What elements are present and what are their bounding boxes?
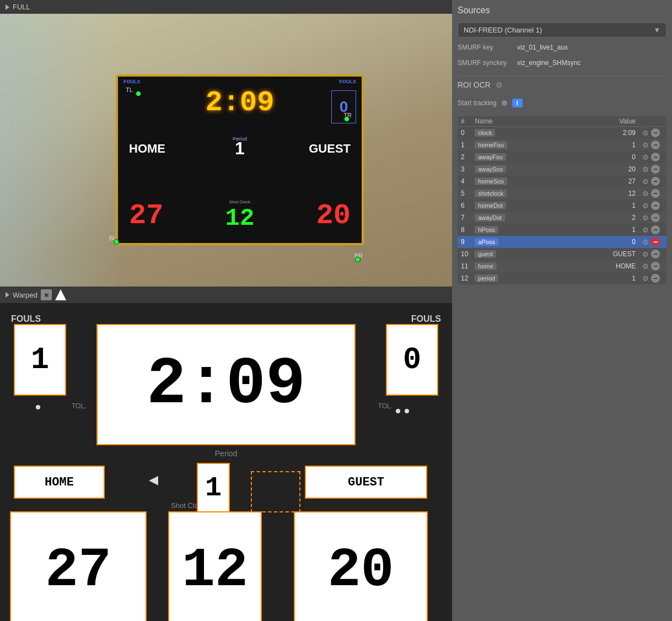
row-gear-icon[interactable]: ⚙	[642, 190, 649, 198]
row-gear-icon[interactable]: ⚙	[642, 202, 649, 210]
row-gear-icon[interactable]: ⚙	[642, 226, 649, 234]
ocr-period-text: 1	[198, 464, 229, 511]
ocr-guest-label-text: GUEST	[306, 467, 426, 498]
table-row[interactable]: 5shotclock12⚙−	[458, 187, 666, 199]
warped-header: Warped ▣	[0, 287, 452, 303]
guest-label: GUEST	[309, 142, 351, 156]
corner-tr-dot[interactable]	[344, 116, 350, 122]
name-badge: homeSco	[475, 177, 507, 185]
row-actions: ⚙−	[639, 260, 666, 272]
row-delete-button[interactable]: −	[651, 141, 660, 149]
row-name: awayFou	[471, 151, 567, 163]
row-delete-button[interactable]: −	[651, 262, 660, 271]
row-gear-icon[interactable]: ⚙	[642, 214, 649, 222]
full-label: FULL	[13, 3, 30, 11]
home-score: 27	[129, 199, 163, 232]
fouls-left: FOULS	[123, 79, 141, 84]
warped-image-icon[interactable]: ▣	[41, 289, 52, 300]
table-row[interactable]: 9aPoss0⚙−	[458, 236, 666, 248]
row-delete-button[interactable]: −	[651, 213, 660, 222]
ocr-period-box[interactable]: 1	[197, 463, 230, 512]
row-gear-icon[interactable]: ⚙	[642, 262, 649, 271]
row-delete-button[interactable]: −	[651, 250, 660, 258]
ocr-away-tol-text: 0	[387, 325, 437, 395]
row-actions: ⚙−	[639, 151, 666, 163]
row-gear-icon[interactable]: ⚙	[642, 274, 649, 283]
ocr-home-score-box[interactable]: 27	[10, 511, 147, 621]
roi-settings-icon[interactable]: ⚙	[495, 80, 504, 89]
tracking-toggle[interactable]: I	[512, 99, 523, 107]
ocr-clock-text: 2:09	[98, 325, 354, 444]
smurf-synckey-label: SMURF synckey	[458, 59, 513, 67]
table-row[interactable]: 1homeFou1⚙−	[458, 139, 666, 151]
left-panel: FULL FOULS FOULS 2:09 0 Period HOME GUES…	[0, 0, 452, 621]
row-delete-button[interactable]: −	[651, 274, 660, 283]
row-gear-icon[interactable]: ⚙	[642, 165, 649, 174]
row-num: 3	[458, 163, 471, 175]
roi-ocr-label: ROI OCR	[458, 80, 491, 89]
row-delete-button[interactable]: −	[651, 189, 660, 198]
ocr-away-tol-box[interactable]: 0	[386, 324, 438, 396]
ocr-guest-label-box[interactable]: GUEST	[305, 466, 427, 499]
dot3	[405, 409, 409, 413]
source-dropdown-value: NDI-FREED (Channel 1)	[464, 26, 542, 34]
row-value: 27	[567, 175, 639, 187]
ocr-shot-clock-box[interactable]: 12	[168, 511, 262, 621]
table-row[interactable]: 7awayDot2⚙−	[458, 212, 666, 224]
row-delete-button[interactable]: −	[651, 225, 660, 234]
corner-bl-dot[interactable]	[114, 239, 119, 245]
table-row[interactable]: 0clock2:09⚙−	[458, 127, 666, 139]
start-tracking-label: Start tracking	[458, 99, 497, 107]
tracking-dot[interactable]	[501, 100, 508, 106]
row-gear-icon[interactable]: ⚙	[642, 153, 649, 161]
warped-fouls-left: FOULS	[11, 314, 41, 324]
row-value: 0	[567, 151, 639, 163]
row-value: 0	[567, 236, 639, 248]
row-delete-button[interactable]: −	[651, 153, 660, 161]
row-actions: ⚙−	[639, 224, 666, 236]
smurf-synckey-row: SMURF synckey viz_engine_SHMsync	[458, 59, 666, 67]
row-name: homeSco	[471, 175, 567, 187]
ocr-clock-box[interactable]: 2:09	[96, 324, 356, 445]
table-row[interactable]: 6homeDot1⚙−	[458, 199, 666, 212]
warped-triangle-icon[interactable]	[55, 289, 66, 300]
ocr-away-score-box[interactable]: 20	[294, 511, 428, 621]
row-delete-button[interactable]: −	[651, 201, 660, 210]
col-num: #	[458, 116, 471, 127]
name-badge: awayDot	[475, 214, 505, 222]
row-gear-icon[interactable]: ⚙	[642, 250, 649, 258]
home-label: HOME	[129, 142, 165, 156]
row-delete-button[interactable]: −	[651, 128, 660, 137]
collapse-icon[interactable]	[6, 4, 9, 10]
smurf-synckey-value: viz_engine_SHMsync	[517, 59, 580, 67]
row-delete-button[interactable]: −	[651, 177, 660, 186]
table-row[interactable]: 10guestGUEST⚙−	[458, 248, 666, 260]
corner-tl-dot[interactable]	[136, 91, 141, 96]
table-row[interactable]: 2awayFou0⚙−	[458, 151, 666, 163]
row-delete-button[interactable]: −	[651, 237, 660, 246]
table-row[interactable]: 12period1⚙−	[458, 272, 666, 284]
ocr-home-score-text: 27	[11, 512, 146, 621]
table-row[interactable]: 11homeHOME⚙−	[458, 260, 666, 272]
corner-br-dot[interactable]	[355, 257, 361, 262]
row-gear-icon[interactable]: ⚙	[642, 238, 649, 246]
table-row[interactable]: 3awaySco20⚙−	[458, 163, 666, 175]
row-num: 2	[458, 151, 471, 163]
table-row[interactable]: 8hPoss1⚙−	[458, 224, 666, 236]
ocr-home-label-box[interactable]: HOME	[14, 466, 105, 499]
ocr-home-tol-box[interactable]: 1	[14, 324, 66, 396]
ocr-shot-clock-text: 12	[169, 512, 261, 621]
source-dropdown[interactable]: NDI-FREED (Channel 1) ▼	[458, 23, 666, 37]
roi-ocr-header: ROI OCR ⚙	[458, 75, 666, 89]
name-badge: guest	[475, 250, 496, 258]
row-gear-icon[interactable]: ⚙	[642, 141, 649, 149]
table-row[interactable]: 4homeSco27⚙−	[458, 175, 666, 187]
row-gear-icon[interactable]: ⚙	[642, 129, 649, 137]
shot-clock-label: Shot Clock	[229, 199, 251, 204]
row-actions: ⚙−	[639, 212, 666, 224]
ocr-empty-box[interactable]	[251, 471, 300, 512]
warped-collapse-icon[interactable]	[6, 292, 9, 298]
row-value: 1	[567, 224, 639, 236]
row-gear-icon[interactable]: ⚙	[642, 177, 649, 186]
row-delete-button[interactable]: −	[651, 165, 660, 174]
